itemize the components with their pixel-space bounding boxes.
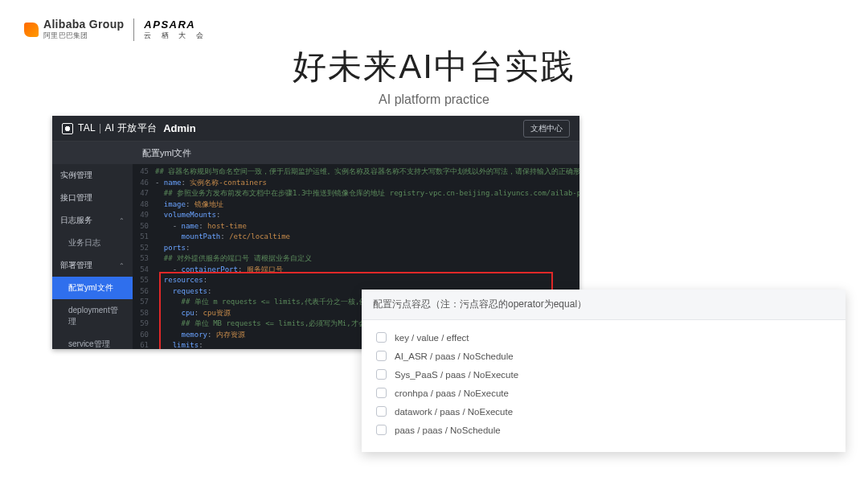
- tal-brand-prefix: TAL: [78, 122, 96, 134]
- toleration-label: key / value / effect: [395, 333, 469, 343]
- sidebar-item-1[interactable]: 接口管理: [52, 187, 133, 209]
- editor-gutter: 45 46 47 48 49 50 51 52 53 54 55 56 57 5…: [133, 164, 152, 349]
- tolerations-header: 配置污点容忍（注：污点容忍的operator为equal）: [362, 290, 845, 320]
- sidebar-item-2[interactable]: 日志服务⌃: [52, 209, 133, 232]
- toleration-row-1: AI_ASR / paas / NoSchedule: [376, 347, 831, 365]
- alibaba-logo-text: Alibaba Group: [43, 18, 124, 31]
- toleration-label: Sys_PaaS / paas / NoExecute: [395, 370, 518, 380]
- toleration-row-0: key / value / effect: [376, 328, 831, 347]
- chevron-up-icon: ⌃: [119, 217, 125, 224]
- sidebar-item-label: 业务日志: [68, 237, 100, 249]
- apsara-logo-sub: 云 栖 大 会: [144, 31, 207, 41]
- sidebar-item-3[interactable]: 业务日志: [52, 232, 133, 254]
- toleration-label: AI_ASR / paas / NoSchedule: [395, 351, 514, 361]
- tal-brand-suffix: AI 开放平台: [104, 122, 157, 134]
- sidebar-item-label: deployment管理: [68, 305, 125, 327]
- toleration-label: datawork / paas / NoExecute: [395, 407, 513, 417]
- tal-admin-label: Admin: [163, 122, 195, 134]
- slide-title-block: 好未来AI中台实践 AI platform practice: [0, 44, 868, 107]
- toleration-row-5: paas / paas / NoSchedule: [376, 421, 831, 439]
- tolerations-panel: 配置污点容忍（注：污点容忍的operator为equal） key / valu…: [362, 290, 845, 452]
- toleration-label: paas / paas / NoSchedule: [395, 425, 501, 435]
- toleration-label: cronhpa / paas / NoExecute: [395, 388, 509, 398]
- sidebar-item-label: 配置yml文件: [68, 282, 113, 294]
- tal-subbar-title: 配置yml文件: [52, 147, 191, 159]
- sidebar-item-6[interactable]: deployment管理: [52, 299, 133, 333]
- tal-brand: TAL|AI 开放平台: [78, 121, 157, 135]
- alibaba-logo: Alibaba Group 阿里巴巴集团: [24, 18, 124, 41]
- apsara-logo-text: APSARA: [144, 18, 195, 31]
- logo-strip: Alibaba Group 阿里巴巴集团 APSARA 云 栖 大 会: [24, 18, 207, 41]
- doc-center-button[interactable]: 文档中心: [523, 120, 570, 138]
- chevron-up-icon: ⌃: [119, 262, 125, 269]
- alibaba-logo-sub: 阿里巴巴集团: [43, 31, 124, 41]
- sidebar-item-label: 日志服务: [60, 215, 92, 226]
- sidebar-item-label: 接口管理: [60, 192, 92, 203]
- toleration-checkbox[interactable]: [376, 351, 387, 361]
- toleration-row-2: Sys_PaaS / paas / NoExecute: [376, 365, 831, 384]
- tolerations-body: key / value / effectAI_ASR / paas / NoSc…: [362, 320, 845, 452]
- sidebar-item-label: service管理: [68, 339, 110, 349]
- sidebar-item-label: 部署管理: [60, 260, 92, 271]
- toleration-row-3: cronhpa / paas / NoExecute: [376, 384, 831, 402]
- sidebar-item-7[interactable]: service管理: [52, 333, 133, 349]
- toleration-row-4: datawork / paas / NoExecute: [376, 402, 831, 421]
- sidebar-item-5[interactable]: 配置yml文件: [52, 277, 133, 299]
- toleration-checkbox[interactable]: [376, 388, 387, 398]
- toleration-checkbox[interactable]: [376, 332, 387, 343]
- sidebar-item-0[interactable]: 实例管理: [52, 164, 133, 187]
- tal-header: TAL|AI 开放平台 Admin 文档中心: [52, 116, 579, 142]
- slide-title: 好未来AI中台实践: [0, 44, 868, 89]
- tal-subbar: 配置yml文件: [52, 142, 579, 164]
- tal-logo-icon: [62, 123, 73, 134]
- apsara-logo: APSARA 云 栖 大 会: [144, 18, 207, 41]
- toleration-checkbox[interactable]: [376, 406, 387, 417]
- logo-divider: [133, 18, 134, 41]
- sidebar-item-label: 实例管理: [60, 170, 92, 181]
- toleration-checkbox[interactable]: [376, 369, 387, 380]
- tal-sidebar: 实例管理接口管理日志服务⌃业务日志部署管理⌃配置yml文件deployment管…: [52, 164, 133, 349]
- sidebar-item-4[interactable]: 部署管理⌃: [52, 254, 133, 277]
- slide-subtitle: AI platform practice: [0, 92, 868, 107]
- toleration-checkbox[interactable]: [376, 425, 387, 435]
